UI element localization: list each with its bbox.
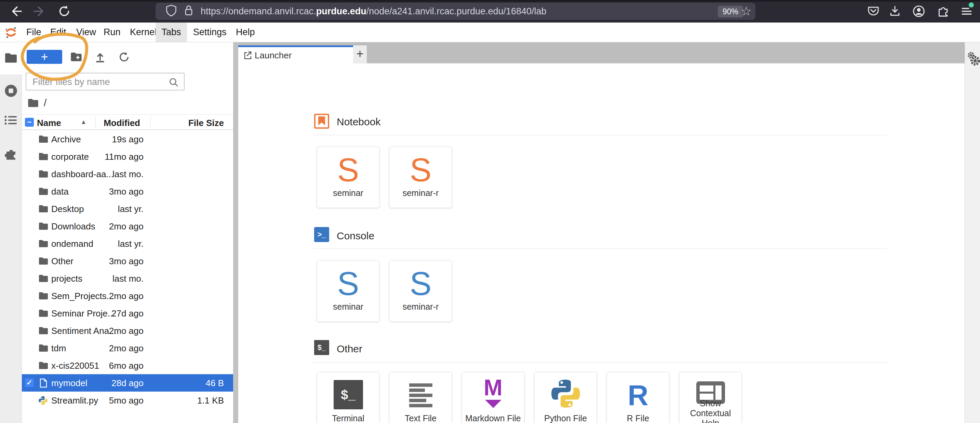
file-modified: 11mo ago	[105, 152, 143, 162]
column-header-name[interactable]: Name	[37, 118, 61, 128]
sidebar-tab-files[interactable]	[0, 52, 22, 63]
column-header-size[interactable]: File Size	[188, 118, 224, 128]
launcher-card-label: seminar	[318, 302, 378, 312]
sidebar-tab-running[interactable]	[0, 84, 22, 98]
menu-edit[interactable]: Edit	[50, 22, 66, 42]
launcher-card-python-file[interactable]: Python File	[534, 372, 597, 423]
new-tab-button[interactable]: +	[353, 45, 367, 63]
menu-file[interactable]: File	[26, 22, 41, 42]
url-suffix: /node/a241.anvil.rcac.purdue.edu/16840/l…	[366, 6, 547, 16]
tab-launcher-label: Launcher	[255, 50, 291, 61]
launcher-card-label: seminar-r	[391, 188, 450, 198]
pocket-button[interactable]	[864, 0, 883, 22]
file-row-archive[interactable]: Archive19s ago	[22, 130, 233, 148]
zoom-level-badge[interactable]: 90%	[718, 6, 743, 17]
file-row-xcis[interactable]: x-cis2200516mo ago	[22, 357, 233, 374]
select-all-checkbox[interactable]: −	[25, 118, 34, 127]
activity-bar	[0, 42, 22, 423]
tab-launcher[interactable]: Launcher	[238, 45, 353, 63]
launcher-card-notebook-seminar-r[interactable]: S seminar-r	[389, 147, 452, 208]
file-row-other[interactable]: Other3mo ago	[22, 252, 233, 270]
file-name: corporate	[51, 152, 89, 162]
filter-box	[25, 73, 185, 90]
terminal-glyph: $_	[318, 343, 326, 352]
file-row-mymodel-selected[interactable]: ✓ mymodel 28d ago 46 B	[22, 374, 233, 391]
url-bar[interactable]: https://ondemand.anvil.rcac.purdue.edu/n…	[156, 3, 756, 20]
file-name: x-cis220051	[51, 361, 99, 371]
puzzle-icon	[936, 5, 950, 18]
new-launcher-button[interactable]: +	[27, 50, 62, 64]
sidebar-tab-extensions[interactable]	[0, 147, 22, 160]
launcher-card-notebook-seminar[interactable]: S seminar	[317, 147, 379, 208]
sidebar-tab-toc[interactable]	[0, 115, 22, 126]
file-name: Streamlit.py	[51, 395, 98, 406]
file-modified: last mo.	[113, 274, 143, 284]
launcher-panel: Notebook S seminar S seminar-r >_ Consol…	[238, 64, 965, 423]
property-inspector-gears-icon[interactable]	[966, 51, 980, 69]
folder-icon	[38, 204, 49, 213]
file-row-tdm[interactable]: tdm2mo ago	[22, 339, 233, 357]
downloads-button[interactable]	[885, 0, 904, 22]
filter-files-input[interactable]	[32, 75, 162, 89]
folder-icon	[38, 135, 49, 143]
launcher-card-console-seminar-r[interactable]: S seminar-r	[389, 260, 452, 322]
url-domain: purdue.edu	[316, 6, 366, 16]
file-row-desktop[interactable]: Desktoplast yr.	[22, 200, 233, 217]
jupyter-menu-bar: File Edit View Run Kernel Tabs Settings …	[0, 22, 980, 42]
file-row-dashboard[interactable]: dashboard-aa...last mo.	[22, 165, 233, 183]
file-row-sem-projects[interactable]: Sem_Projects...2mo ago	[22, 287, 233, 304]
column-header-modified[interactable]: Modified	[103, 118, 140, 128]
reload-icon	[57, 4, 72, 19]
launcher-card-contextual-help[interactable]: Show Contextual Help	[679, 372, 742, 423]
window-top-edge	[0, 0, 980, 2]
file-size: 46 B	[206, 378, 224, 388]
launcher-card-terminal[interactable]: $_ Terminal	[317, 372, 379, 423]
terminal-glyph: $_	[341, 388, 355, 402]
tracking-shield-icon[interactable]	[165, 4, 177, 19]
file-row-seminar-projects[interactable]: Seminar Proje...27d ago	[22, 304, 233, 322]
menu-tabs[interactable]: Tabs	[156, 22, 187, 42]
menu-kernel[interactable]: Kernel	[130, 22, 157, 42]
file-modified: 3mo ago	[109, 256, 143, 267]
launcher-card-markdown-file[interactable]: M Markdown File	[462, 372, 524, 423]
markdown-icon: M	[462, 377, 524, 409]
file-row-streamlit[interactable]: Streamlit.py 5mo ago 1.1 KB	[22, 391, 233, 409]
lock-icon[interactable]	[183, 4, 194, 19]
file-row-projects[interactable]: projectslast mo.	[22, 270, 233, 287]
file-row-downloads[interactable]: Downloads2mo ago	[22, 217, 233, 235]
column-divider[interactable]	[150, 116, 151, 128]
refresh-button[interactable]	[116, 51, 132, 63]
menu-view[interactable]: View	[76, 22, 96, 42]
file-row-ondemand[interactable]: ondemandlast yr.	[22, 235, 233, 252]
pocket-icon	[867, 5, 880, 18]
launcher-card-r-file[interactable]: R R File	[607, 372, 669, 423]
file-row-corporate[interactable]: corporate11mo ago	[22, 148, 233, 165]
file-list-header[interactable]: − Name ▲ Modified File Size	[22, 114, 233, 130]
launcher-card-console-seminar[interactable]: S seminar	[317, 260, 379, 322]
kernel-letter-icon: S	[390, 151, 452, 189]
file-row-sentiment[interactable]: Sentiment Ana...2mo ago	[22, 322, 233, 339]
breadcrumb[interactable]: /	[27, 97, 46, 109]
account-button[interactable]	[909, 0, 928, 22]
row-checkbox-checked[interactable]: ✓	[25, 378, 34, 387]
terminal-icon: $_	[334, 380, 363, 409]
menu-run[interactable]: Run	[103, 22, 121, 42]
menu-settings[interactable]: Settings	[193, 22, 227, 42]
reload-button[interactable]	[55, 0, 74, 22]
folder-icon	[38, 326, 49, 335]
kernel-letter-icon: S	[390, 265, 452, 303]
folder-icon	[38, 187, 49, 196]
bookmark-star-icon[interactable]: ☆	[741, 5, 752, 18]
back-button[interactable]	[6, 0, 25, 22]
column-divider[interactable]	[95, 116, 96, 128]
sort-ascending-icon[interactable]: ▲	[81, 119, 86, 126]
breadcrumb-root[interactable]: /	[44, 97, 46, 109]
extensions-button[interactable]	[933, 0, 952, 22]
upload-button[interactable]	[92, 51, 108, 63]
panel-splitter[interactable]	[233, 42, 238, 423]
menu-help[interactable]: Help	[236, 22, 255, 42]
forward-button[interactable]	[30, 0, 49, 22]
new-folder-button[interactable]	[69, 51, 84, 62]
launcher-card-text-file[interactable]: Text File	[389, 372, 452, 423]
file-row-data[interactable]: data3mo ago	[22, 183, 233, 200]
